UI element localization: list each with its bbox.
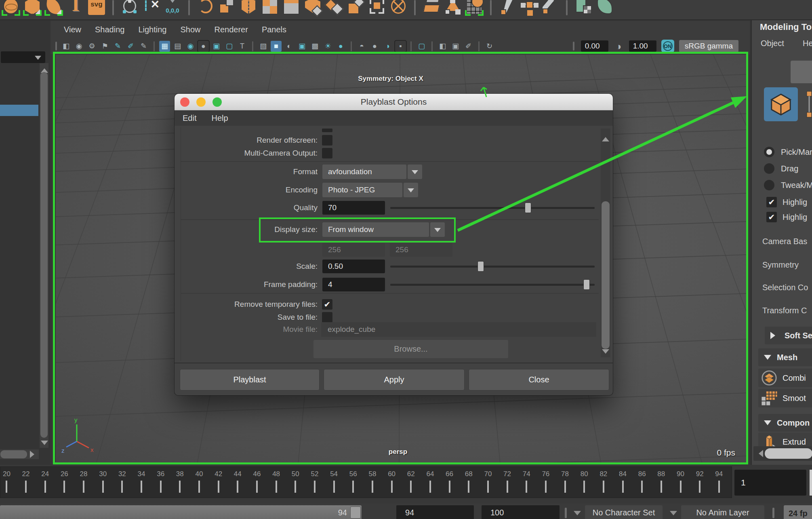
cube-blocks-icon[interactable] <box>219 0 236 15</box>
timeline-tick[interactable] <box>102 481 104 493</box>
left-panel-selected-row[interactable] <box>0 105 38 116</box>
timeline-tick[interactable] <box>583 481 585 493</box>
scale-input[interactable]: 0.50 <box>322 260 385 273</box>
field-chart-icon[interactable]: ▣ <box>211 41 222 52</box>
menu-renderer[interactable]: Renderer <box>215 25 248 34</box>
timeline-tick[interactable] <box>237 481 238 493</box>
quad-draw-icon[interactable] <box>261 0 278 15</box>
timeline-tick[interactable] <box>25 481 27 493</box>
textured-mode-icon[interactable]: ◐ <box>284 41 295 52</box>
pan-zoom-icon[interactable]: ✐ <box>125 41 136 52</box>
shaded-mode-icon[interactable]: ■ <box>271 41 282 52</box>
save-to-file-checkbox[interactable] <box>322 312 332 323</box>
scroll-right-icon[interactable] <box>30 451 38 458</box>
view-transform-dropdown[interactable]: sRGB gamma <box>679 40 738 52</box>
safe-action-icon[interactable]: ▢ <box>224 41 235 52</box>
coordinates-display-icon[interactable]: 0,0,0 <box>164 0 181 15</box>
timeline-tick[interactable] <box>391 481 393 493</box>
left-scrollbar-thumb[interactable] <box>40 72 48 438</box>
image-plane-icon[interactable]: ✎ <box>112 41 123 52</box>
range-slider[interactable]: 94 <box>0 505 362 519</box>
timeline-tick[interactable] <box>276 481 277 493</box>
camera-attributes-icon[interactable]: ⚙ <box>86 41 97 52</box>
timeline-tick[interactable] <box>333 481 335 493</box>
lock-camera-icon[interactable]: ◉ <box>74 41 84 52</box>
select-camera-icon[interactable]: ◧ <box>61 41 72 52</box>
scroll-left-icon[interactable] <box>755 450 763 457</box>
mirror-shield-icon[interactable] <box>240 0 257 15</box>
motion-blur-icon[interactable]: ◑ <box>382 41 393 52</box>
radio-pick-marquee[interactable]: Pick/Mar <box>764 146 812 158</box>
grid-sphere-icon[interactable] <box>466 0 483 15</box>
left-hscrollbar-thumb[interactable] <box>0 450 27 458</box>
timeline-tick[interactable] <box>699 481 701 493</box>
marquee-box-icon[interactable] <box>368 0 385 15</box>
default-material-icon[interactable]: ☀ <box>322 41 333 52</box>
panel-hscrollbar-thumb[interactable] <box>765 448 812 459</box>
shield-diamond-icon[interactable] <box>304 0 321 15</box>
shaded-ball-icon[interactable]: ● <box>335 41 346 52</box>
menu-help[interactable]: Help <box>211 114 228 123</box>
quality-slider-handle[interactable] <box>525 203 531 213</box>
timeline-tick[interactable] <box>218 481 219 493</box>
timeline-tick[interactable] <box>352 481 354 493</box>
soft-selection-section[interactable]: Soft Se <box>765 327 812 344</box>
scroll-up-icon[interactable] <box>41 65 48 73</box>
format-dropdown[interactable]: avfoundation <box>322 165 406 179</box>
scale-slider-handle[interactable] <box>478 261 484 272</box>
dialog-scroll-down-icon[interactable] <box>602 349 609 357</box>
quality-input[interactable]: 70 <box>322 201 385 215</box>
anim-layer-dropdown-icon[interactable] <box>670 511 677 519</box>
camera-based-selection-row[interactable]: Camera Bas <box>762 237 807 246</box>
panel-swatch[interactable] <box>791 61 812 83</box>
close-button[interactable]: Close <box>469 369 609 390</box>
radio-tweak[interactable]: Tweak/M <box>764 179 812 191</box>
contrast-icon[interactable]: ◑ <box>613 41 624 52</box>
paste-layer-icon[interactable]: ▣ <box>450 41 461 52</box>
menu-object[interactable]: Object <box>761 39 784 48</box>
type-tool-icon[interactable] <box>67 0 84 15</box>
all-lights-icon[interactable]: ▣ <box>297 41 307 52</box>
timeline-tick[interactable] <box>487 481 489 493</box>
multi-cut-grid-icon[interactable] <box>283 0 300 15</box>
dialog-scroll-up-icon[interactable] <box>602 133 609 141</box>
svg-tool-icon[interactable]: svg <box>88 0 105 15</box>
symmetry-row[interactable]: Symmetry <box>762 260 799 270</box>
timeline-tick[interactable] <box>545 481 547 493</box>
radio-icon[interactable] <box>764 147 774 157</box>
zoom-window-icon[interactable] <box>212 97 222 107</box>
encoding-dropdown[interactable]: Photo - JPEG <box>322 183 402 197</box>
resolution-gate-icon[interactable]: ◉ <box>185 41 196 52</box>
display-size-dropdown[interactable]: From window <box>322 222 429 237</box>
timeline-tick[interactable] <box>526 481 527 493</box>
playblast-button[interactable]: Playblast <box>180 369 320 390</box>
left-panel-dropdown[interactable] <box>1 51 45 63</box>
timeline-tick[interactable] <box>641 481 643 493</box>
smooth-tool-button[interactable]: Smoot <box>758 389 812 407</box>
checkbox-icon[interactable] <box>766 212 777 222</box>
time-slider[interactable]: 2022242628303234363840424446485052545658… <box>0 466 732 498</box>
character-set-dropdown-icon[interactable] <box>574 511 581 519</box>
timeline-tick[interactable] <box>121 481 123 493</box>
range-slider-handle[interactable] <box>350 506 361 519</box>
fps-button[interactable]: 24 fp <box>784 505 812 519</box>
radio-icon[interactable] <box>764 180 774 190</box>
wire-sphere-icon[interactable] <box>390 0 407 15</box>
gate-mask-icon[interactable]: ● <box>198 41 209 52</box>
scale-slider[interactable] <box>390 260 595 273</box>
gamma-field[interactable]: 1.00 <box>629 40 656 52</box>
timeline-tick[interactable] <box>507 481 508 493</box>
menu-lighting[interactable]: Lighting <box>138 25 166 34</box>
highlight-checkbox-row-1[interactable]: Highlig <box>766 196 807 208</box>
green-checker-icon[interactable] <box>575 0 592 15</box>
timeline-tick[interactable] <box>564 481 566 493</box>
film-gate-icon[interactable]: ▤ <box>172 41 183 52</box>
timeline-tick[interactable] <box>468 481 469 493</box>
current-frame-field[interactable]: 1 <box>734 470 806 496</box>
radio-drag[interactable]: Drag <box>764 163 798 174</box>
menu-shading[interactable]: Shading <box>95 25 124 34</box>
playback-start-field[interactable]: 94 <box>396 505 474 519</box>
timeline-tick[interactable] <box>179 481 181 493</box>
timeline-tick[interactable] <box>372 481 373 493</box>
color-management-on-badge[interactable]: ON <box>661 40 674 53</box>
